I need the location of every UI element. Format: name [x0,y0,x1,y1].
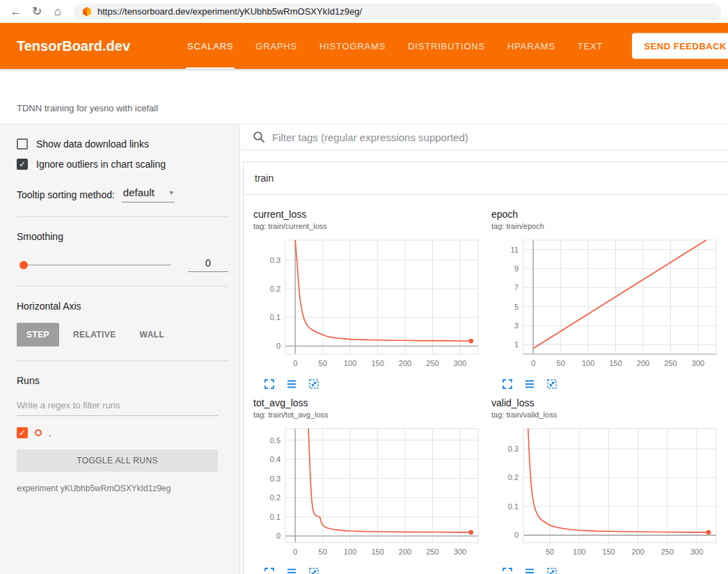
chart-title: epoch [491,209,722,220]
app-brand: TensorBoard.dev [17,38,130,54]
chart-toolbar [491,561,722,574]
checkbox-label: Show data download links [36,138,149,150]
log-scale-icon[interactable] [523,378,536,390]
show-download-links-checkbox[interactable]: Show data download links [17,138,239,150]
log-scale-icon[interactable] [285,566,298,574]
chart-title: valid_loss [491,397,722,408]
smoothing-slider[interactable] [24,264,171,266]
svg-text:0.1: 0.1 [508,502,519,511]
url-bar[interactable]: https://tensorboard.dev/experiment/yKUbh… [74,3,721,20]
log-scale-icon[interactable] [523,566,536,574]
chevron-down-icon: ▾ [170,189,173,196]
chart-card-epoch: epochtag: train/epoch1357911050100150200… [491,209,722,394]
svg-text:0.1: 0.1 [270,513,280,521]
fit-domain-icon[interactable] [546,566,558,574]
svg-text:0.2: 0.2 [270,493,280,502]
divider [17,216,228,217]
svg-text:0.4: 0.4 [270,455,280,463]
svg-text:0.3: 0.3 [508,445,519,453]
run-color-swatch [35,429,42,436]
runs-label: Runs [17,375,239,386]
nav-tabs: SCALARSGRAPHSHISTOGRAMSDISTRIBUTIONSHPAR… [176,23,614,69]
main-panel: train current_losstag: train/current_los… [240,125,728,574]
checkbox-label: Ignore outliers in chart scaling [36,159,166,170]
svg-text:100: 100 [582,359,594,367]
horizontal-axis-toggle: STEP RELATIVE WALL [17,323,239,346]
chart-plot[interactable]: 00.10.20.3050100150200250300 [253,236,484,372]
log-scale-icon[interactable] [285,378,298,390]
svg-text:300: 300 [692,359,704,367]
fit-domain-icon[interactable] [546,378,558,390]
svg-text:0: 0 [293,359,297,367]
tooltip-sorting-label: Tooltip sorting method: [17,189,115,200]
fit-domain-icon[interactable] [308,378,320,390]
svg-text:0: 0 [293,548,297,556]
tab-histograms[interactable]: HISTOGRAMS [308,23,397,69]
tab-text[interactable]: TEXT [567,23,614,69]
svg-text:50: 50 [557,359,565,367]
svg-text:250: 250 [664,359,676,367]
svg-text:0: 0 [276,342,280,350]
settings-sidebar: Show data download links ✓ Ignore outlie… [0,125,240,574]
chart-tag: tag: train/valid_loss [491,410,722,419]
toggle-all-runs-button[interactable]: TOGGLE ALL RUNS [17,449,218,472]
run-checkbox[interactable]: ✓ [17,427,28,438]
checkbox-checked-icon: ✓ [17,159,28,170]
svg-text:300: 300 [690,548,703,556]
chart-plot[interactable]: 00.10.20.30.40.5050100150200250300 [253,424,484,561]
svg-text:0.3: 0.3 [270,256,280,264]
axis-wall-button[interactable]: WALL [130,323,175,346]
svg-text:1: 1 [514,340,519,349]
svg-text:300: 300 [454,548,466,556]
slider-thumb[interactable] [19,261,28,269]
svg-text:0: 0 [514,531,519,539]
svg-text:250: 250 [426,359,438,367]
svg-text:3: 3 [514,321,519,330]
chart-title: tot_avg_loss [253,397,484,408]
expand-chart-icon[interactable] [263,378,276,390]
tab-scalars[interactable]: SCALARS [176,23,244,69]
svg-text:200: 200 [637,359,649,367]
experiment-note: experiment yKUbhb5wRmOSXYkId1z9eg [17,484,239,493]
app-header: TensorBoard.dev SCALARSGRAPHSHISTOGRAMSD… [0,23,728,69]
chart-plot[interactable]: 00.10.20.350100150200250300 [491,424,722,561]
tab-hparams[interactable]: HPARAMS [496,23,567,69]
tooltip-sorting-value: default [123,186,155,198]
expand-chart-icon[interactable] [263,566,276,574]
tensorboard-favicon [82,7,92,17]
svg-text:150: 150 [371,359,383,367]
svg-text:50: 50 [319,359,327,367]
tab-distributions[interactable]: DISTRIBUTIONS [397,23,496,69]
svg-text:7: 7 [514,283,519,292]
runs-filter-input[interactable] [17,396,218,416]
expand-chart-icon[interactable] [501,378,514,390]
run-name: . [49,428,52,438]
tag-filter-input[interactable] [272,131,717,143]
svg-text:0.1: 0.1 [270,313,280,321]
chart-tag: tag: train/epoch [491,222,722,230]
tag-group-header[interactable]: train [244,162,728,195]
svg-text:11: 11 [511,246,519,254]
horizontal-axis-label: Horizontal Axis [17,301,239,312]
chart-card-tot_avg_loss: tot_avg_losstag: train/tot_avg_loss00.10… [253,397,484,574]
chart-plot[interactable]: 1357911050100150200250300 [491,236,722,372]
tooltip-sorting-dropdown[interactable]: default ▾ [122,186,175,202]
chart-toolbar [253,561,484,574]
svg-text:250: 250 [426,548,438,556]
tab-graphs[interactable]: GRAPHS [244,23,308,69]
chart-toolbar [253,372,484,394]
axis-relative-button[interactable]: RELATIVE [63,323,126,346]
fit-domain-icon[interactable] [308,566,320,574]
reload-icon[interactable]: ↻ [28,4,46,19]
svg-text:0.5: 0.5 [270,436,280,445]
send-feedback-button[interactable]: SEND FEEDBACK [632,33,728,59]
smoothing-value[interactable]: 0 [188,257,228,272]
home-icon[interactable]: ⌂ [49,5,67,19]
back-icon[interactable]: ← [7,5,25,19]
content: Show data download links ✓ Ignore outlie… [0,124,728,574]
ignore-outliers-checkbox[interactable]: ✓ Ignore outliers in chart scaling [17,159,239,170]
expand-chart-icon[interactable] [501,566,514,574]
axis-step-button[interactable]: STEP [17,323,59,346]
svg-text:200: 200 [399,359,411,367]
checkbox-unchecked-icon [17,138,28,150]
